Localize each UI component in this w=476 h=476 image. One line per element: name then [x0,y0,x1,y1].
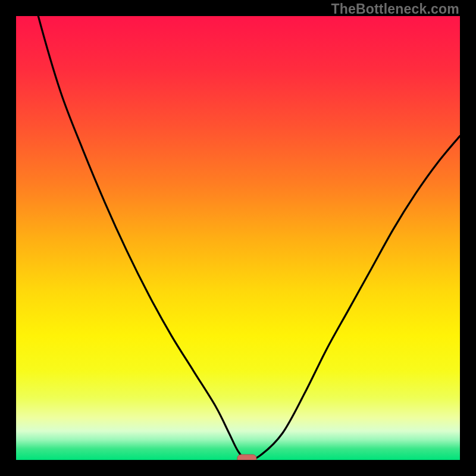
chart-frame: TheBottleneck.com [0,0,476,476]
optimal-marker [237,455,256,460]
chart-plot [16,16,460,460]
watermark-text: TheBottleneck.com [331,1,459,17]
gradient-background [16,16,460,460]
